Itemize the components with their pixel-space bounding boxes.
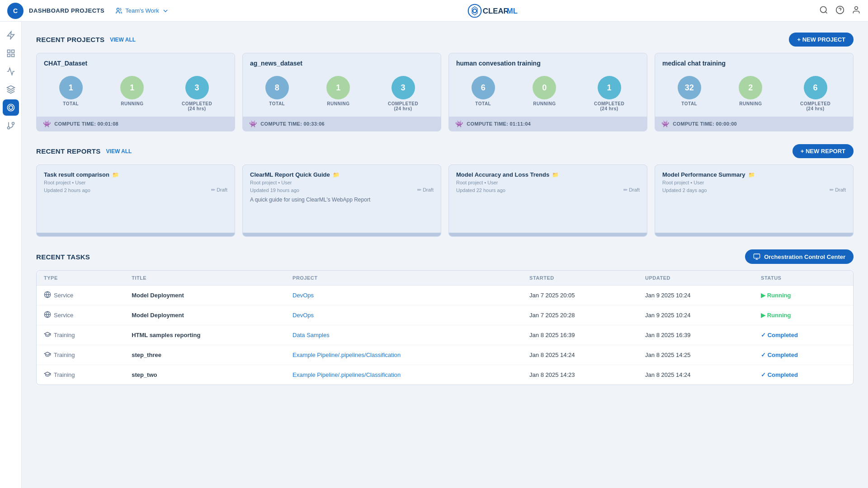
type-label: Training [54,371,75,378]
folder-icon: 📁 [552,172,559,178]
project-card[interactable]: medical chat training 32 TOTAL 2 RUNNING… [655,53,854,131]
project-footer: 👾 COMPUTE TIME: 00:00:00 [655,117,853,131]
folder-icon: 📁 [112,172,119,178]
report-meta: Root project • User [662,180,846,185]
task-updated: Jan 8 2025 14:25 [638,345,754,365]
svg-rect-15 [7,54,10,57]
project-card-header: medical chat training [655,53,853,70]
report-card[interactable]: Model Accuracy and Loss Trends 📁 Root pr… [448,164,647,237]
total-circle: 6 [472,76,495,99]
task-status: ▶ Running [754,305,853,325]
stat-total: 32 TOTAL [678,76,701,111]
help-icon[interactable] [835,5,844,16]
stat-completed: 6 COMPLETED(24 hrs) [800,76,830,111]
completed-circle: 1 [598,76,621,99]
table-row[interactable]: Training HTML samples reporting Data Sam… [37,325,853,345]
sidebar-item-projects[interactable] [3,45,19,61]
tasks-table: TYPETITLEPROJECTSTARTEDUPDATEDSTATUS Ser… [37,271,853,385]
project-footer: 👾 COMPUTE TIME: 00:01:08 [37,117,235,131]
completed-label: COMPLETED(24 hrs) [800,101,830,111]
svg-rect-12 [7,50,10,53]
completed-label: COMPLETED(24 hrs) [182,101,212,111]
task-type: Service [37,286,124,305]
total-circle: 32 [678,76,701,99]
project-stats: 32 TOTAL 2 RUNNING 6 COMPLETED(24 hrs) [655,70,853,117]
table-row[interactable]: Training step_two Example Pipeline/.pipe… [37,365,853,385]
sidebar-item-applications[interactable] [3,99,19,116]
projects-grid: CHAT_Dataset 1 TOTAL 1 RUNNING 3 COMPLET… [36,53,854,131]
compute-time: COMPUTE TIME: 00:00:00 [673,121,737,127]
new-project-button[interactable]: + NEW PROJECT [789,33,854,47]
dashboard-title: DASHBOARD PROJECTS [29,7,104,14]
running-circle: 1 [120,76,144,99]
report-card-body: Task result comparison 📁 Root project • … [37,165,235,233]
total-circle: 1 [59,76,83,99]
task-project: DevOps [285,286,522,305]
projects-view-all[interactable]: VIEW ALL [110,37,136,43]
table-row[interactable]: Training step_three Example Pipeline/.pi… [37,345,853,365]
svg-text:ML: ML [507,6,518,15]
type-icon [44,331,51,339]
sidebar-item-models[interactable] [3,63,19,80]
project-footer: 👾 COMPUTE TIME: 01:11:04 [449,117,647,131]
svg-text:CLEAR: CLEAR [483,6,509,15]
table-row[interactable]: Service Model Deployment DevOps Jan 7 20… [37,305,853,325]
report-card[interactable]: Model Performance Summary 📁 Root project… [655,164,854,237]
sidebar [0,22,22,488]
ghost-icon: 👾 [249,120,257,127]
svg-point-10 [855,7,858,10]
compute-time: COMPUTE TIME: 00:01:08 [54,121,118,127]
report-card[interactable]: ClearML Report Quick Guide 📁 Root projec… [242,164,441,237]
project-card-header: CHAT_Dataset [37,53,235,70]
report-desc: A quick guide for using ClearML's WebApp… [250,197,434,203]
task-project: Data Samples [285,325,522,345]
running-circle: 1 [326,76,350,99]
report-title: ClearML Report Quick Guide 📁 [250,171,434,178]
task-status: ✓ Completed [754,325,853,345]
task-status: ✓ Completed [754,345,853,365]
project-stats: 6 TOTAL 0 RUNNING 1 COMPLETED(24 hrs) [449,70,647,117]
reports-grid: Task result comparison 📁 Root project • … [36,164,854,237]
completed-label: COMPLETED(24 hrs) [594,101,624,111]
project-card[interactable]: human convesation training 6 TOTAL 0 RUN… [448,53,647,131]
report-title: Model Accuracy and Loss Trends 📁 [456,171,640,178]
svg-point-19 [7,127,9,129]
reports-view-all[interactable]: VIEW ALL [106,148,132,155]
task-started: Jan 7 2025 20:05 [522,286,638,305]
sidebar-item-pipelines[interactable] [3,117,19,134]
table-row[interactable]: Service Model Deployment DevOps Jan 7 20… [37,286,853,305]
projects-title: RECENT PROJECTS [36,36,104,43]
stat-running: 2 RUNNING [739,76,762,111]
svg-marker-11 [7,32,14,39]
tasks-table-container: TYPETITLEPROJECTSTARTEDUPDATEDSTATUS Ser… [36,270,854,385]
report-footer [37,233,235,236]
completed-label: COMPLETED(24 hrs) [388,101,418,111]
orchestration-button[interactable]: Orchestration Control Center [745,249,854,264]
sidebar-item-datasets[interactable] [3,81,19,98]
tasks-tbody: Service Model Deployment DevOps Jan 7 20… [37,286,853,385]
status-running: ▶ Running [761,312,846,319]
completed-circle: 3 [392,76,415,99]
team-switcher[interactable]: Team's Work [115,7,169,14]
user-icon[interactable] [852,5,861,16]
task-started: Jan 7 2025 20:28 [522,305,638,325]
new-report-button[interactable]: + NEW REPORT [793,144,854,158]
task-type: Service [37,305,124,325]
svg-rect-20 [754,254,760,258]
type-icon [44,351,51,359]
report-card[interactable]: Task result comparison 📁 Root project • … [36,164,235,237]
status-completed: ✓ Completed [761,371,846,378]
folder-icon: 📁 [333,172,340,178]
updated-text: Updated 2 days ago [662,188,707,193]
report-card-body: ClearML Report Quick Guide 📁 Root projec… [243,165,441,233]
project-card[interactable]: CHAT_Dataset 1 TOTAL 1 RUNNING 3 COMPLET… [36,53,235,131]
sidebar-item-experiments[interactable] [3,27,19,43]
total-label: TOTAL [475,101,491,106]
project-name: medical chat training [662,60,846,67]
report-title: Task result comparison 📁 [44,171,227,178]
svg-rect-13 [11,50,14,53]
project-card-header: ag_news_dataset [243,53,441,70]
search-icon[interactable] [819,5,828,16]
report-card-body: Model Performance Summary 📁 Root project… [655,165,853,233]
project-card[interactable]: ag_news_dataset 8 TOTAL 1 RUNNING 3 COMP… [242,53,441,131]
